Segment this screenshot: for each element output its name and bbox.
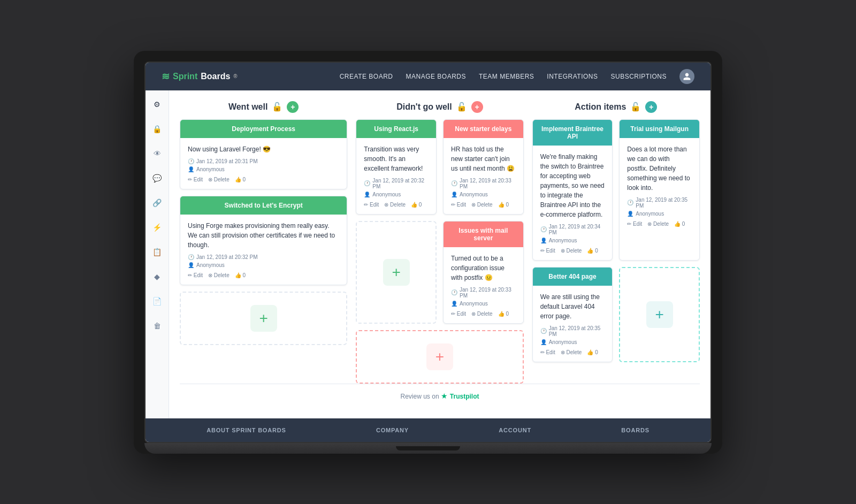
- nav-manage-boards[interactable]: MANAGE BOARDS: [406, 73, 466, 80]
- sidebar-settings-icon[interactable]: ⚙: [150, 97, 165, 112]
- delete-button[interactable]: ⊗ Delete: [471, 202, 493, 208]
- sidebar-chat-icon[interactable]: 💬: [150, 171, 165, 186]
- card-deployment-body: Now using Laravel Forge! 😎 🕐 Jan 12, 201…: [180, 138, 347, 189]
- edit-button[interactable]: ✏ Edit: [188, 177, 203, 182]
- went-well-add-button[interactable]: +: [287, 101, 299, 113]
- didnt-go-well-title: Didn't go well: [396, 102, 452, 112]
- like-button[interactable]: 👍 0: [674, 221, 685, 227]
- card-404: Better 404 page We are still using the d…: [532, 267, 613, 362]
- card-mailgun-body: Does a lot more than we can do with post…: [620, 138, 699, 233]
- like-button[interactable]: 👍 0: [411, 202, 422, 208]
- edit-button[interactable]: ✏ Edit: [627, 221, 642, 227]
- nav-create-board[interactable]: CREATE BOARD: [340, 73, 393, 80]
- card-lets-encrypt-date: 🕐 Jan 12, 2019 at 20:32 PM: [188, 254, 339, 260]
- sidebar-trash-icon[interactable]: 🗑: [150, 318, 165, 333]
- card-mail-server-date: 🕐 Jan 12, 2019 at 20:33 PM: [451, 287, 516, 299]
- user-avatar[interactable]: [679, 69, 694, 84]
- sidebar-link-icon[interactable]: 🔗: [150, 195, 165, 210]
- footer-boards[interactable]: BOARDS: [621, 427, 649, 433]
- like-button[interactable]: 👍 0: [235, 272, 246, 278]
- delete-button[interactable]: ⊗ Delete: [208, 177, 230, 182]
- card-braintree-author: 👤 Anonymous: [540, 238, 605, 243]
- delete-button[interactable]: ⊗ Delete: [208, 272, 230, 278]
- action-items-bottom: Better 404 page We are still using the d…: [532, 267, 700, 362]
- main-layout: ⚙ 🔒 👁 💬 🔗 ⚡ 📋 ◆ 📄 🗑 Went well 🔓 +: [146, 90, 710, 418]
- add-card-action-items[interactable]: +: [619, 267, 700, 362]
- card-braintree-actions: ✏ Edit ⊗ Delete 👍 0: [540, 248, 605, 254]
- edit-button[interactable]: ✏ Edit: [540, 248, 555, 254]
- edit-button[interactable]: ✏ Edit: [540, 349, 555, 355]
- card-deployment-header: Deployment Process: [180, 120, 347, 138]
- footer-account[interactable]: ACCOUNT: [499, 427, 531, 433]
- card-mail-server-header: Issues with mail server: [444, 222, 523, 247]
- col-header-action-items: Action items 🔓 +: [532, 101, 700, 113]
- sidebar-lock-icon[interactable]: 🔒: [150, 121, 165, 136]
- card-lets-encrypt-body: Using Forge makes provisioning them real…: [180, 215, 347, 285]
- user-icon-sm: 👤: [540, 339, 547, 345]
- card-mail-server-text: Turned out to be a configuration issue w…: [451, 254, 516, 282]
- action-items-top: Implement Braintree API We're finally ma…: [532, 119, 700, 261]
- like-button[interactable]: 👍 0: [587, 248, 598, 254]
- didnt-go-well-lock-icon: 🔓: [456, 102, 467, 112]
- nav-subscriptions[interactable]: SUBSCRIPTIONS: [610, 73, 667, 80]
- edit-button[interactable]: ✏ Edit: [451, 202, 466, 208]
- sidebar-diamond-icon[interactable]: ◆: [150, 269, 165, 284]
- footer-about[interactable]: ABOUT SPRINT BOARDS: [207, 427, 286, 433]
- edit-button[interactable]: ✏ Edit: [188, 272, 203, 278]
- card-new-starter-text: HR has told us the new starter can't joi…: [451, 144, 516, 173]
- action-items-lock-icon: 🔓: [630, 102, 641, 112]
- trustpilot-text: Review us on: [401, 393, 439, 400]
- add-card-didnt-go-well[interactable]: +: [356, 221, 437, 324]
- like-button[interactable]: 👍 0: [498, 202, 509, 208]
- nav-integrations[interactable]: INTEGRATIONS: [547, 73, 598, 80]
- brand-reg: ®: [233, 73, 237, 79]
- delete-button[interactable]: ⊗ Delete: [471, 311, 493, 317]
- like-button[interactable]: 👍 0: [498, 311, 509, 317]
- nav-team-members[interactable]: TEAM MEMBERS: [479, 73, 534, 80]
- brand-logo: ≋ Sprint Boards ®: [162, 71, 238, 82]
- user-icon-sm: 👤: [364, 192, 370, 197]
- content-area: Went well 🔓 + Didn't go well 🔓 + Action …: [169, 90, 710, 418]
- card-mail-server: Issues with mail server Turned out to be…: [443, 221, 524, 324]
- edit-button[interactable]: ✏ Edit: [364, 202, 379, 208]
- edit-button[interactable]: ✏ Edit: [451, 311, 466, 317]
- like-button[interactable]: 👍 0: [587, 349, 598, 355]
- went-well-title: Went well: [228, 102, 268, 112]
- card-lets-encrypt: Switched to Let's Encrypt Using Forge ma…: [180, 196, 347, 285]
- sidebar-clipboard-icon[interactable]: 📋: [150, 245, 165, 259]
- delete-button[interactable]: ⊗ Delete: [561, 248, 582, 254]
- didnt-go-well-add-button[interactable]: +: [471, 101, 483, 113]
- clock-icon: 🕐: [451, 289, 457, 295]
- board-columns: Deployment Process Now using Laravel For…: [180, 119, 700, 384]
- column-headers: Went well 🔓 + Didn't go well 🔓 + Action …: [180, 90, 700, 119]
- card-lets-encrypt-author: 👤 Anonymous: [188, 262, 339, 268]
- card-braintree-date: 🕐 Jan 12, 2019 at 20:34 PM: [540, 224, 605, 235]
- card-deployment-author: 👤 Anonymous: [188, 166, 339, 172]
- card-braintree-text: We're finally making the switch to Brain…: [540, 152, 605, 219]
- like-button[interactable]: 👍 0: [235, 177, 246, 182]
- footer: ABOUT SPRINT BOARDS COMPANY ACCOUNT BOAR…: [146, 418, 710, 442]
- card-new-starter-header: New starter delays: [444, 120, 523, 138]
- user-icon-sm: 👤: [188, 262, 194, 268]
- add-card-went-well[interactable]: +: [180, 292, 347, 345]
- clock-icon: 🕐: [188, 158, 194, 164]
- sidebar-doc-icon[interactable]: 📄: [150, 294, 165, 309]
- delete-button[interactable]: ⊗ Delete: [647, 221, 669, 227]
- card-braintree: Implement Braintree API We're finally ma…: [532, 119, 613, 261]
- sidebar-eye-icon[interactable]: 👁: [150, 146, 165, 161]
- delete-button[interactable]: ⊗ Delete: [384, 202, 406, 208]
- add-card-didnt-go-well-2[interactable]: +: [356, 330, 523, 384]
- sidebar-bolt-icon[interactable]: ⚡: [150, 220, 165, 235]
- add-card-icon-green2: +: [383, 259, 410, 286]
- column-went-well: Deployment Process Now using Laravel For…: [180, 119, 347, 345]
- card-react-text: Transition was very smooth. It's an exce…: [364, 144, 429, 173]
- card-lets-encrypt-text: Using Forge makes provisioning them real…: [188, 221, 339, 250]
- delete-button[interactable]: ⊗ Delete: [561, 349, 582, 355]
- action-items-add-button[interactable]: +: [645, 101, 657, 113]
- user-icon-sm: 👤: [627, 211, 633, 217]
- card-deployment-text: Now using Laravel Forge! 😎: [188, 144, 339, 154]
- column-didnt-go-well: Using React.js Transition was very smoot…: [356, 119, 523, 384]
- went-well-lock-icon: 🔓: [272, 102, 282, 112]
- card-braintree-header: Implement Braintree API: [533, 120, 613, 146]
- footer-company[interactable]: COMPANY: [376, 427, 409, 433]
